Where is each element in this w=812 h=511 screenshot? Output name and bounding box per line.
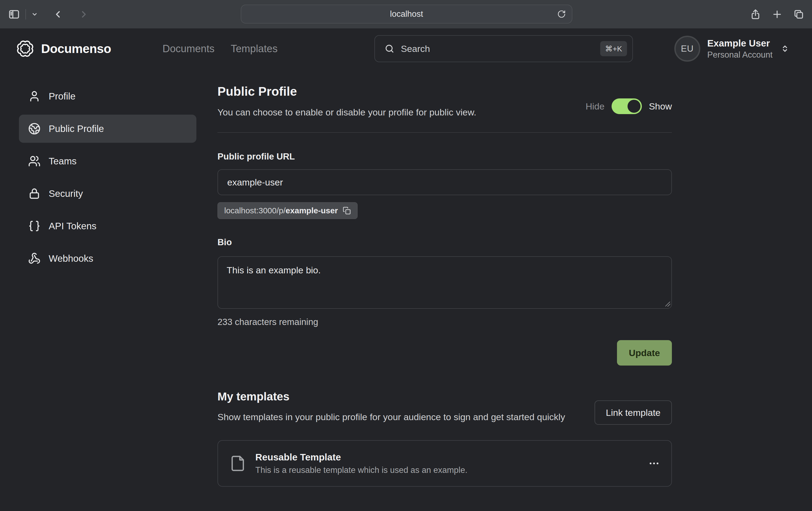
avatar: EU: [674, 36, 700, 62]
sidebar-item-label: Public Profile: [49, 123, 104, 134]
sidebar-item-label: Security: [49, 188, 83, 199]
sidebar-item-label: API Tokens: [49, 221, 96, 232]
search-box[interactable]: ⌘+K: [374, 35, 633, 62]
new-tab-icon[interactable]: [772, 9, 783, 20]
back-icon[interactable]: [53, 9, 63, 20]
copy-icon[interactable]: [343, 207, 351, 215]
documenso-logo-icon: [16, 40, 34, 58]
account-info: Example User Personal Account: [707, 37, 773, 60]
sidebar-item-label: Teams: [49, 156, 77, 167]
braces-icon: [28, 220, 40, 232]
sidebar-item-teams[interactable]: Teams: [19, 147, 196, 175]
sidebar-item-label: Webhooks: [49, 253, 93, 264]
file-icon: [229, 455, 246, 472]
hide-label: Hide: [586, 101, 605, 112]
template-title: Reusable Template: [255, 451, 467, 463]
account-type: Personal Account: [707, 50, 773, 60]
forward-icon[interactable]: [79, 9, 89, 20]
sidebar-menu-chevron-down-icon[interactable]: [31, 11, 38, 18]
bio-textarea[interactable]: This is an example bio.: [218, 256, 672, 309]
template-description: This is a reusable template which is use…: [255, 464, 467, 476]
sidebar-item-label: Profile: [49, 91, 76, 102]
address-bar[interactable]: localhost: [241, 5, 572, 24]
brand-name: Documenso: [41, 41, 111, 56]
update-button[interactable]: Update: [617, 340, 672, 365]
sidebar-item-webhooks[interactable]: Webhooks: [19, 244, 196, 273]
search-input[interactable]: [401, 43, 594, 54]
profile-url-input[interactable]: [218, 169, 672, 195]
search-shortcut-badge: ⌘+K: [600, 41, 627, 56]
ellipsis-menu-icon[interactable]: [648, 457, 660, 469]
reload-icon[interactable]: [557, 10, 566, 19]
webhook-icon: [28, 252, 40, 265]
template-card: Reusable Template This is a reusable tem…: [218, 440, 672, 487]
page-title: Public Profile: [218, 84, 476, 99]
sidebar-item-public-profile[interactable]: Public Profile: [19, 115, 196, 143]
link-template-button[interactable]: Link template: [594, 400, 672, 425]
account-menu[interactable]: EU Example User Personal Account: [674, 36, 790, 62]
sidebar-item-security[interactable]: Security: [19, 180, 196, 208]
brand[interactable]: Documenso: [16, 40, 111, 58]
user-icon: [28, 90, 40, 102]
profile-url-label: Public profile URL: [218, 151, 672, 162]
top-nav: Documents Templates: [163, 43, 278, 55]
chevrons-up-down-icon: [780, 44, 790, 54]
toggle-knob: [628, 100, 640, 113]
my-templates-title: My templates: [218, 389, 565, 404]
share-icon[interactable]: [750, 9, 761, 20]
resize-grip[interactable]: [665, 302, 670, 307]
browser-toolbar: localhost: [0, 0, 812, 28]
lock-icon: [28, 187, 40, 200]
show-label: Show: [649, 101, 672, 112]
section-divider: [218, 132, 672, 133]
nav-templates[interactable]: Templates: [231, 43, 278, 55]
sidebar-toggle-icon[interactable]: [8, 8, 20, 20]
page-subtitle: You can choose to enable or disable your…: [218, 106, 476, 119]
sidebar-item-api-tokens[interactable]: API Tokens: [19, 212, 196, 240]
users-icon: [28, 155, 40, 168]
profile-url-preview-text: localhost:3000/p/example-user: [224, 206, 338, 215]
bio-label: Bio: [218, 236, 672, 248]
toolbar-divider: [25, 9, 26, 20]
sidebar-item-profile[interactable]: Profile: [19, 82, 196, 110]
tab-overview-icon[interactable]: [793, 9, 805, 20]
app-header: Documenso Documents Templates ⌘+K EU Exa…: [0, 28, 812, 69]
globe-icon: [28, 122, 40, 135]
nav-documents[interactable]: Documents: [163, 43, 214, 55]
address-url: localhost: [390, 9, 423, 19]
account-name: Example User: [707, 37, 773, 50]
search-icon: [385, 44, 395, 54]
main-content: Public Profile You can choose to enable …: [218, 69, 672, 487]
settings-sidebar: Profile Public Profile Teams: [0, 69, 218, 487]
profile-visibility-toggle[interactable]: [612, 98, 642, 114]
profile-url-preview: localhost:3000/p/example-user: [218, 202, 357, 219]
my-templates-description: Show templates in your public profile fo…: [218, 410, 565, 424]
characters-remaining: 233 characters remaining: [218, 316, 672, 328]
